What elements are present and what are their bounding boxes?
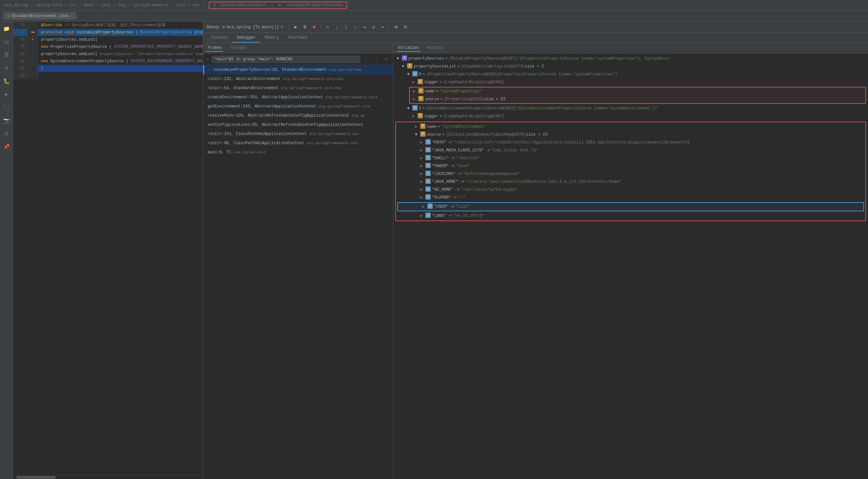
frames-tab[interactable]: Frames: [207, 44, 223, 52]
threads-tab[interactable]: Threads: [228, 44, 247, 52]
tab-close-button[interactable]: ×: [70, 14, 72, 18]
bc-standard-env[interactable]: StandardEnvironment: [221, 3, 266, 7]
file-tab-standard-env[interactable]: C StandardEnvironment.java ×: [3, 12, 76, 20]
sidebar-icon-maven[interactable]: ⚙: [2, 64, 11, 73]
expand-path[interactable]: ▶: [420, 139, 426, 146]
reset-btn[interactable]: ↺: [369, 23, 377, 31]
step-out-btn[interactable]: ↑: [351, 23, 359, 31]
var-item-lscolors[interactable]: ▶ = "LSCOLORS" -> "Gxfxcxdxbxegedabagaca…: [396, 170, 865, 178]
evaluate-btn[interactable]: ✦: [379, 23, 386, 31]
expand-user[interactable]: ▶: [422, 203, 428, 210]
bc-main[interactable]: main: [84, 3, 93, 7]
var-item-lang[interactable]: ▶ = "LANG" -> "en_US.UTF-8": [396, 212, 865, 220]
frame-item-1[interactable]: <init>:132, AbstractEnvironment org.spri…: [203, 74, 393, 84]
expand-java-home[interactable]: ▶: [420, 179, 426, 185]
step-over-btn[interactable]: ↷: [323, 23, 332, 31]
var-item-user[interactable]: ▶ = "USER" -> "list": [398, 203, 863, 211]
var-item-logger-2[interactable]: ▶ f logger = {LogAdapter$Log4jLog@1987}: [393, 113, 868, 120]
var-item-ke-home[interactable]: ▶ = "KE_HOME" -> "/usr/local/kafka-eagle…: [396, 186, 865, 194]
expand-logger-1[interactable]: ▶: [412, 79, 417, 86]
sidebar-icon-run[interactable]: ▶: [2, 90, 11, 99]
var-item-oldpwd[interactable]: ▶ = "OLDPWD" -> "/": [396, 194, 865, 201]
sidebar-icon-project[interactable]: 📁: [2, 24, 11, 33]
resume-btn[interactable]: ▶: [292, 23, 300, 31]
filter-up-btn[interactable]: ↑: [363, 56, 370, 63]
var-item-1[interactable]: ▼ = 1 = {SystemEnvironmentPropertySource…: [393, 104, 868, 113]
sidebar-icon-database[interactable]: 🗄: [2, 51, 11, 60]
frame-item-8[interactable]: <init>:90, ClassPathXmlApplicationContex…: [203, 138, 393, 148]
expand-source-sys[interactable]: ▶: [413, 96, 418, 102]
expand-oldpwd[interactable]: ▶: [420, 194, 426, 201]
sidebar-icon-debug[interactable]: 🐛: [2, 77, 11, 86]
var-item-0[interactable]: ▼ = 0 = {PropertiesPropertySource@1981} …: [393, 70, 868, 78]
settings-btn[interactable]: ⊞: [392, 23, 400, 31]
stop-btn[interactable]: ■: [310, 23, 318, 31]
expand-logger-2[interactable]: ▶: [412, 113, 417, 120]
more-btn[interactable]: ⊟: [401, 23, 409, 31]
expand-shell[interactable]: ▶: [420, 155, 426, 162]
var-item-pager[interactable]: ▶ = "PAGER" -> "less": [396, 162, 865, 170]
bc-customize-prop[interactable]: customizePropertySources: [286, 3, 343, 7]
expand-propertysources[interactable]: ▼: [397, 55, 402, 62]
tab-overhead[interactable]: Overhead: [283, 33, 312, 42]
var-item-java-main[interactable]: ▶ = "JAVA_MAIN_CLASS_2170" -> "com.lista…: [396, 147, 865, 154]
filter-dropdown[interactable]: "main"@1 in group "main": RUNNING: [212, 56, 360, 63]
frame-item-6[interactable]: setConfigLocations:85, AbstractRefreshab…: [203, 120, 393, 129]
bc-java[interactable]: java: [101, 3, 111, 7]
frame-item-2[interactable]: <init>:54, StandardEnvironment org.sprin…: [203, 84, 393, 93]
bc-mca-spring[interactable]: mca_spring: [5, 3, 28, 7]
bc-spring-core[interactable]: spring-core: [36, 3, 62, 7]
frame-item-9[interactable]: main:9, T1 com.listao.test: [203, 148, 393, 157]
watches-tab[interactable]: Watches: [426, 44, 445, 52]
expand-sourcelist[interactable]: ▼: [402, 63, 407, 70]
expand-lscolors[interactable]: ▶: [420, 171, 426, 177]
expand-1[interactable]: ▼: [407, 105, 412, 112]
var-item-name-sys[interactable]: ▶ f name = "systemProperties": [410, 88, 865, 95]
bc-org[interactable]: org: [118, 3, 125, 7]
horizontal-scrollbar[interactable]: [13, 475, 203, 479]
sidebar-icon-camera[interactable]: 📷: [2, 116, 11, 125]
step-into-btn[interactable]: ↓: [333, 23, 341, 31]
expand-lang[interactable]: ▶: [420, 213, 426, 219]
debug-close-btn[interactable]: ×: [281, 25, 283, 30]
expand-name-sys[interactable]: ▶: [413, 88, 418, 95]
bc-springframework[interactable]: springframework: [133, 3, 168, 7]
tab-memory[interactable]: Memory: [260, 33, 283, 42]
frame-item-7[interactable]: <init>:154, ClassPathXmlApplicationConte…: [203, 129, 393, 138]
var-item-java-home[interactable]: ▶ = "JAVA_HOME" -> "/Library/Java/JavaVi…: [396, 178, 865, 186]
bc-core[interactable]: core: [176, 3, 186, 7]
run-cursor-btn[interactable]: ⇥: [360, 23, 368, 31]
expand-java-main[interactable]: ▶: [420, 147, 426, 154]
var-item-name-env[interactable]: ▶ f name = "systemEnvironment": [396, 123, 865, 131]
var-item-propertysources[interactable]: ▼ P propertySources = {MutablePropertySo…: [393, 55, 868, 63]
variables-tab[interactable]: Variables: [397, 44, 421, 52]
frame-item-5[interactable]: resolvePath:129, AbstractRefreshableConf…: [203, 111, 393, 120]
var-item-propertysourcelist[interactable]: ▼ f propertySourceList = {CopyOnWriteArr…: [393, 63, 868, 70]
expand-name-env[interactable]: ▶: [415, 124, 420, 130]
tab-debugger[interactable]: Debugger: [232, 33, 260, 42]
expand-ke-home[interactable]: ▶: [420, 186, 426, 193]
sidebar-icon-pin[interactable]: 📌: [2, 142, 11, 151]
bc-env[interactable]: env: [193, 3, 200, 7]
pause-btn[interactable]: ⏸: [301, 23, 309, 31]
frame-item-3[interactable]: createEnvironment:354, AbstractApplicati…: [203, 93, 393, 102]
filter-down-btn[interactable]: ↓: [373, 56, 380, 63]
expand-0[interactable]: ▼: [407, 71, 412, 78]
sidebar-icon-settings[interactable]: ⚙: [2, 129, 11, 138]
var-item-path[interactable]: ▶ = "PATH" -> "/Users/list/soft/redis6/r…: [396, 138, 865, 147]
bc-src[interactable]: src: [69, 3, 77, 7]
tab-console[interactable]: Console: [207, 33, 232, 42]
frame-item-4[interactable]: getEnvironment:343, AbstractApplicationC…: [203, 102, 393, 111]
force-step-into-btn[interactable]: ⤵: [342, 23, 350, 31]
var-item-source-env[interactable]: ▼ f source = {Collections$UnmodifiableMa…: [396, 131, 865, 138]
expand-pager[interactable]: ▶: [420, 163, 426, 169]
var-item-source-sys[interactable]: ▶ f source = {Properties@1959} size = 53: [410, 95, 865, 103]
filter-options-btn[interactable]: ≡: [382, 56, 390, 63]
frame-item-0[interactable]: → customizePropertySources:82, StandardE…: [203, 65, 393, 74]
expand-source-env[interactable]: ▼: [415, 131, 420, 138]
sidebar-icon-structure[interactable]: 🗂: [2, 37, 11, 46]
var-item-shell[interactable]: ▶ = "SHELL" -> "/bin/zsh": [396, 154, 865, 162]
var-item-logger-1[interactable]: ▶ f logger = {LogAdapter$Log4jLog@1985}: [393, 78, 868, 86]
sidebar-icon-terminal[interactable]: ⬛: [2, 103, 11, 112]
h-scroll-thumb[interactable]: [17, 476, 56, 479]
